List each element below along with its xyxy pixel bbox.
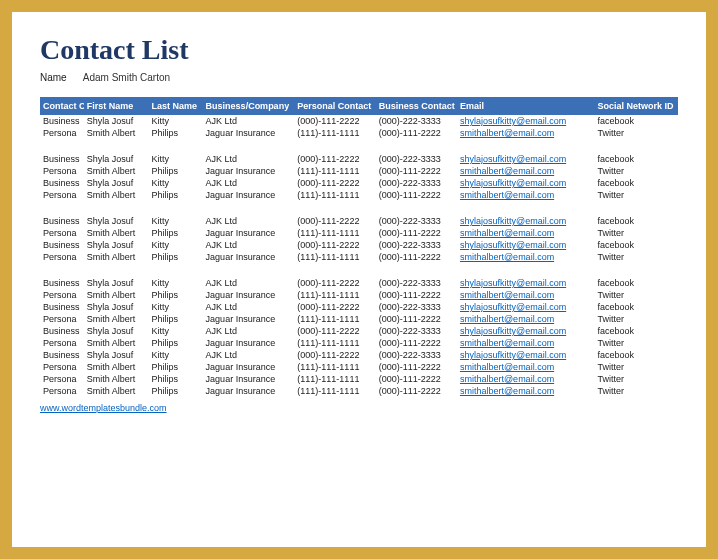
email-link[interactable]: smithalbert@email.com — [460, 386, 554, 396]
td-company: Jaguar Insurance — [203, 289, 295, 301]
td-first-name: Smith Albert — [84, 165, 149, 177]
email-link[interactable]: shylajosufkitty@email.com — [460, 216, 566, 226]
table-header-row: Contact Ca First Name Last Name Business… — [40, 97, 678, 115]
td-business: (000)-111-2222 — [376, 227, 457, 239]
email-link[interactable]: smithalbert@email.com — [460, 290, 554, 300]
td-email: shylajosufkitty@email.com — [457, 277, 595, 289]
td-first-name: Shyla Josuf — [84, 215, 149, 227]
td-category: Persona — [40, 289, 84, 301]
td-company: Jaguar Insurance — [203, 361, 295, 373]
td-email: smithalbert@email.com — [457, 189, 595, 201]
td-last-name: Philips — [148, 251, 202, 263]
td-first-name: Smith Albert — [84, 385, 149, 397]
td-first-name: Shyla Josuf — [84, 177, 149, 189]
td-category: Business — [40, 177, 84, 189]
td-category: Business — [40, 301, 84, 313]
td-category: Business — [40, 239, 84, 251]
td-first-name: Smith Albert — [84, 289, 149, 301]
email-link[interactable]: smithalbert@email.com — [460, 228, 554, 238]
td-social: facebook — [595, 277, 678, 289]
table-row: PersonaSmith AlbertPhilipsJaguar Insuran… — [40, 189, 678, 201]
email-link[interactable]: smithalbert@email.com — [460, 314, 554, 324]
td-personal: (111)-111-1111 — [294, 373, 375, 385]
table-body: BusinessShyla JosufKittyAJK Ltd(000)-111… — [40, 115, 678, 397]
td-email: shylajosufkitty@email.com — [457, 115, 595, 127]
td-first-name: Smith Albert — [84, 127, 149, 139]
td-social: Twitter — [595, 227, 678, 239]
table-row: PersonaSmith AlbertPhilipsJaguar Insuran… — [40, 361, 678, 373]
table-row: PersonaSmith AlbertPhilipsJaguar Insuran… — [40, 373, 678, 385]
email-link[interactable]: smithalbert@email.com — [460, 128, 554, 138]
th-contact-category: Contact Ca — [40, 97, 84, 115]
email-link[interactable]: shylajosufkitty@email.com — [460, 240, 566, 250]
footer-link[interactable]: www.wordtemplatesbundle.com — [40, 403, 167, 413]
spacer-row — [40, 139, 678, 153]
td-company: AJK Ltd — [203, 215, 295, 227]
email-link[interactable]: shylajosufkitty@email.com — [460, 302, 566, 312]
td-company: AJK Ltd — [203, 301, 295, 313]
td-last-name: Kitty — [148, 153, 202, 165]
td-last-name: Philips — [148, 289, 202, 301]
table-row: PersonaSmith AlbertPhilipsJaguar Insuran… — [40, 227, 678, 239]
table-row: BusinessShyla JosufKittyAJK Ltd(000)-111… — [40, 239, 678, 251]
name-row: Name Adam Smith Carton — [40, 72, 678, 83]
td-company: AJK Ltd — [203, 325, 295, 337]
table-row: PersonaSmith AlbertPhilipsJaguar Insuran… — [40, 385, 678, 397]
td-social: Twitter — [595, 127, 678, 139]
td-business: (000)-222-3333 — [376, 215, 457, 227]
td-social: Twitter — [595, 289, 678, 301]
th-first-name: First Name — [84, 97, 149, 115]
email-link[interactable]: smithalbert@email.com — [460, 190, 554, 200]
email-link[interactable]: shylajosufkitty@email.com — [460, 326, 566, 336]
email-link[interactable]: smithalbert@email.com — [460, 362, 554, 372]
td-last-name: Kitty — [148, 349, 202, 361]
table-row: PersonaSmith AlbertPhilipsJaguar Insuran… — [40, 127, 678, 139]
table-row: BusinessShyla JosufKittyAJK Ltd(000)-111… — [40, 349, 678, 361]
th-business-contact: Business Contact — [376, 97, 457, 115]
td-personal: (111)-111-1111 — [294, 313, 375, 325]
td-company: AJK Ltd — [203, 153, 295, 165]
td-social: facebook — [595, 215, 678, 227]
td-email: smithalbert@email.com — [457, 313, 595, 325]
table-row: PersonaSmith AlbertPhilipsJaguar Insuran… — [40, 289, 678, 301]
email-link[interactable]: smithalbert@email.com — [460, 338, 554, 348]
td-last-name: Kitty — [148, 239, 202, 251]
td-company: Jaguar Insurance — [203, 165, 295, 177]
td-company: AJK Ltd — [203, 349, 295, 361]
td-first-name: Shyla Josuf — [84, 349, 149, 361]
email-link[interactable]: smithalbert@email.com — [460, 374, 554, 384]
td-email: shylajosufkitty@email.com — [457, 153, 595, 165]
td-last-name: Kitty — [148, 325, 202, 337]
email-link[interactable]: shylajosufkitty@email.com — [460, 178, 566, 188]
td-company: AJK Ltd — [203, 239, 295, 251]
td-category: Business — [40, 215, 84, 227]
td-personal: (111)-111-1111 — [294, 385, 375, 397]
td-first-name: Smith Albert — [84, 337, 149, 349]
th-last-name: Last Name — [148, 97, 202, 115]
td-personal: (111)-111-1111 — [294, 289, 375, 301]
td-last-name: Kitty — [148, 277, 202, 289]
td-personal: (111)-111-1111 — [294, 337, 375, 349]
td-business: (000)-111-2222 — [376, 127, 457, 139]
td-email: smithalbert@email.com — [457, 251, 595, 263]
td-category: Persona — [40, 373, 84, 385]
td-social: facebook — [595, 177, 678, 189]
email-link[interactable]: shylajosufkitty@email.com — [460, 116, 566, 126]
td-company: Jaguar Insurance — [203, 251, 295, 263]
td-personal: (111)-111-1111 — [294, 251, 375, 263]
td-business: (000)-111-2222 — [376, 189, 457, 201]
td-business: (000)-111-2222 — [376, 337, 457, 349]
td-last-name: Kitty — [148, 301, 202, 313]
email-link[interactable]: smithalbert@email.com — [460, 166, 554, 176]
table-row: BusinessShyla JosufKittyAJK Ltd(000)-111… — [40, 301, 678, 313]
email-link[interactable]: shylajosufkitty@email.com — [460, 154, 566, 164]
email-link[interactable]: shylajosufkitty@email.com — [460, 278, 566, 288]
td-email: smithalbert@email.com — [457, 289, 595, 301]
email-link[interactable]: shylajosufkitty@email.com — [460, 350, 566, 360]
td-company: Jaguar Insurance — [203, 313, 295, 325]
email-link[interactable]: smithalbert@email.com — [460, 252, 554, 262]
td-category: Persona — [40, 165, 84, 177]
td-company: AJK Ltd — [203, 177, 295, 189]
td-category: Persona — [40, 127, 84, 139]
td-category: Business — [40, 349, 84, 361]
